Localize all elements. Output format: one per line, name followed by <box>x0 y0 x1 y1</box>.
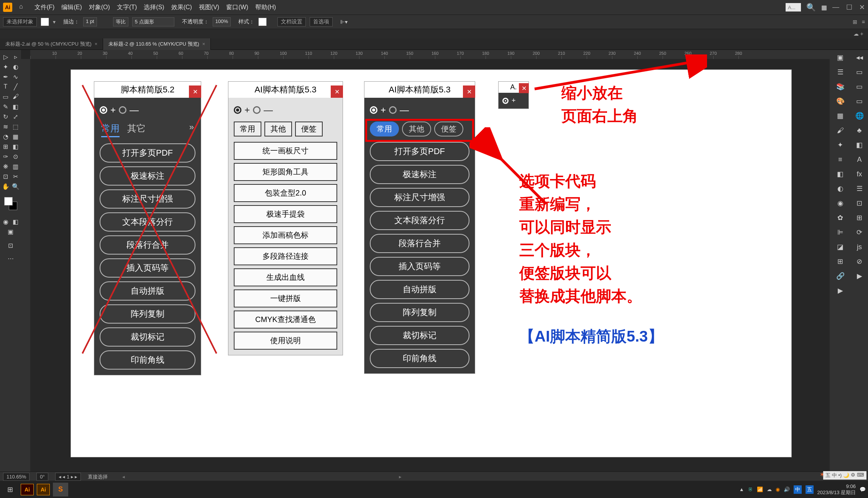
hand-tool-icon[interactable]: ✋ <box>1 182 10 191</box>
pathfinder-panel-icon[interactable]: ◪ <box>835 242 846 252</box>
panel-toggle-icon[interactable]: ⊞ <box>853 19 857 25</box>
tray-volume-icon[interactable]: 🔊 <box>784 486 790 492</box>
taskbar-app-sogou[interactable]: S <box>53 483 68 496</box>
color-mode-icon[interactable]: ◉ <box>1 217 10 226</box>
gradient-panel-icon[interactable]: ◧ <box>835 169 846 179</box>
fill-swatch[interactable] <box>41 18 49 26</box>
close-icon[interactable]: ✕ <box>189 85 201 98</box>
style-swatch[interactable] <box>258 18 267 26</box>
panel-group-icon[interactable]: ◧ <box>854 140 865 150</box>
panel-group-icon[interactable]: fx <box>854 169 865 179</box>
lasso-tool-icon[interactable]: ◐ <box>11 62 20 71</box>
panel-group-icon[interactable]: ▶ <box>854 271 865 281</box>
ime-lang-icon[interactable]: 中 •) 🌙 <box>832 472 849 479</box>
script-button[interactable]: 使用说明 <box>234 332 337 350</box>
width-tool-icon[interactable]: ≋ <box>1 122 10 131</box>
arrange-docs-icon[interactable]: ▦ <box>821 4 827 11</box>
menu-effect[interactable]: 效果(C) <box>171 3 192 12</box>
script-button[interactable]: 裁切标记 <box>370 326 469 345</box>
menu-window[interactable]: 窗口(W) <box>226 3 248 12</box>
tray-cloud-icon[interactable]: ☁ <box>767 486 772 492</box>
script-button[interactable]: 矩形圆角工具 <box>234 163 337 181</box>
script-button[interactable]: 文本段落分行 <box>370 211 469 230</box>
script-button[interactable]: 裁切标记 <box>100 327 195 347</box>
tray-icon[interactable]: ▲ <box>739 486 744 492</box>
eraser-tool-icon[interactable]: ◧ <box>11 102 20 111</box>
search-input[interactable] <box>786 3 801 12</box>
doc-tab-2[interactable]: 未标题-2 @ 110.65 % (CMYK/CPU 预览) × <box>103 38 211 50</box>
transparency-panel-icon[interactable]: ◐ <box>835 183 846 194</box>
drawing-mode-icon[interactable]: ▣ <box>6 227 15 236</box>
artboard-nav[interactable]: ◂ ◂ 1 ▸ ▸ <box>55 473 81 481</box>
fill-stroke-swatch[interactable] <box>4 197 17 210</box>
script-button[interactable]: 打开多页PDF <box>370 142 469 161</box>
radio-on-icon[interactable] <box>370 106 377 114</box>
slice-tool-icon[interactable]: ✂ <box>11 172 20 181</box>
zoom-tool-icon[interactable]: 🔍 <box>11 182 20 191</box>
tab-notes[interactable]: 便签 <box>434 122 463 136</box>
panel-group-icon[interactable]: A <box>854 154 865 165</box>
libraries-panel-icon[interactable]: 📚 <box>835 81 846 92</box>
line-tool-icon[interactable]: ╱ <box>11 82 20 91</box>
window-minimize-button[interactable]: — <box>832 3 839 12</box>
appearance-panel-icon[interactable]: ◉ <box>835 198 846 209</box>
radio-on-icon[interactable] <box>100 106 107 114</box>
script-button[interactable]: 标注尺寸增强 <box>370 188 469 207</box>
ime-gear-icon[interactable]: ⚙ <box>851 472 855 479</box>
tray-icon[interactable]: ◉ <box>776 486 780 492</box>
brushes-panel-icon[interactable]: 🖌 <box>835 125 846 136</box>
symbol-sprayer-icon[interactable]: ❋ <box>1 162 10 171</box>
menu-file[interactable]: 文件(F) <box>34 3 54 12</box>
align-icon[interactable]: ⊩▾ <box>340 19 348 25</box>
free-transform-icon[interactable]: ⬚ <box>11 122 20 131</box>
ime-keyboard-icon[interactable]: ⌨ <box>857 472 864 479</box>
menu-select[interactable]: 选择(S) <box>144 3 164 12</box>
panel-group-icon[interactable]: ▭ <box>854 67 865 77</box>
start-button[interactable]: ⊞ <box>2 483 18 496</box>
document-setup-button[interactable]: 文档设置 <box>277 17 306 26</box>
close-icon[interactable]: ✕ <box>463 85 475 98</box>
menu-type[interactable]: 文字(T) <box>117 3 137 12</box>
tray-network-icon[interactable]: 📶 <box>757 486 763 492</box>
panel-group-icon[interactable]: ▭ <box>854 81 865 92</box>
ime-icon[interactable]: 五 <box>825 472 830 479</box>
tab-other[interactable]: 其他 <box>264 122 292 136</box>
graphic-styles-panel-icon[interactable]: ✿ <box>835 212 846 223</box>
type-tool-icon[interactable]: T <box>1 82 10 91</box>
stroke-weight-input[interactable]: 1 pt <box>83 17 97 26</box>
tab-common[interactable]: 常用 <box>101 122 120 137</box>
panel-group-icon[interactable]: ⟳ <box>854 227 865 238</box>
home-icon[interactable]: ⌂ <box>19 3 28 12</box>
taskbar-clock[interactable]: 9:06 2023/8/13 星期日 <box>817 483 856 495</box>
rectangle-tool-icon[interactable]: ▭ <box>1 92 10 101</box>
radio-off-icon[interactable] <box>119 106 126 114</box>
direct-selection-tool-icon[interactable]: ▹ <box>11 52 20 61</box>
links-panel-icon[interactable]: 🔗 <box>835 271 846 281</box>
script-button[interactable]: 包装盒型2.0 <box>234 184 337 202</box>
ime-bar[interactable]: 五 中 •) 🌙 ⚙ ⌨ <box>823 471 866 480</box>
script-button[interactable]: 印前角线 <box>370 349 469 368</box>
radio-on-icon[interactable] <box>502 98 509 104</box>
options-menu-icon[interactable]: ≡ <box>862 19 865 25</box>
script-button[interactable]: 统一画板尺寸 <box>234 142 337 160</box>
preferences-button[interactable]: 首选项 <box>310 17 333 26</box>
doc-tab-1[interactable]: 未标题-2.ai @ 50 % (CMYK/CPU 预览) × <box>0 38 103 50</box>
tray-shield-icon[interactable]: ⛨ <box>748 486 753 492</box>
opacity-input[interactable]: 100% <box>213 17 231 26</box>
panel-group-icon[interactable]: ⊡ <box>854 198 865 209</box>
color-panel-icon[interactable]: 🎨 <box>835 96 846 107</box>
close-icon[interactable]: ✕ <box>331 85 343 98</box>
window-close-button[interactable]: ✕ <box>859 3 865 12</box>
rotation-angle[interactable]: 0° <box>36 473 48 481</box>
layers-panel-icon[interactable]: ☰ <box>835 67 846 77</box>
shaper-tool-icon[interactable]: ✎ <box>1 102 10 111</box>
menu-view[interactable]: 视图(V) <box>199 3 219 12</box>
panel-group-icon[interactable]: 🌐 <box>854 110 865 121</box>
collapse-panels-icon[interactable]: ◂◂ <box>854 52 865 63</box>
script-button[interactable]: 阵列复制 <box>370 303 469 322</box>
tab-common[interactable]: 常用 <box>234 122 261 136</box>
scrollbar-h[interactable]: ◂ ▸ <box>122 473 402 480</box>
script-button[interactable]: 极速标注 <box>100 166 195 186</box>
selection-tool-icon[interactable]: ▷ <box>1 52 10 61</box>
magic-wand-tool-icon[interactable]: ✦ <box>1 62 10 71</box>
